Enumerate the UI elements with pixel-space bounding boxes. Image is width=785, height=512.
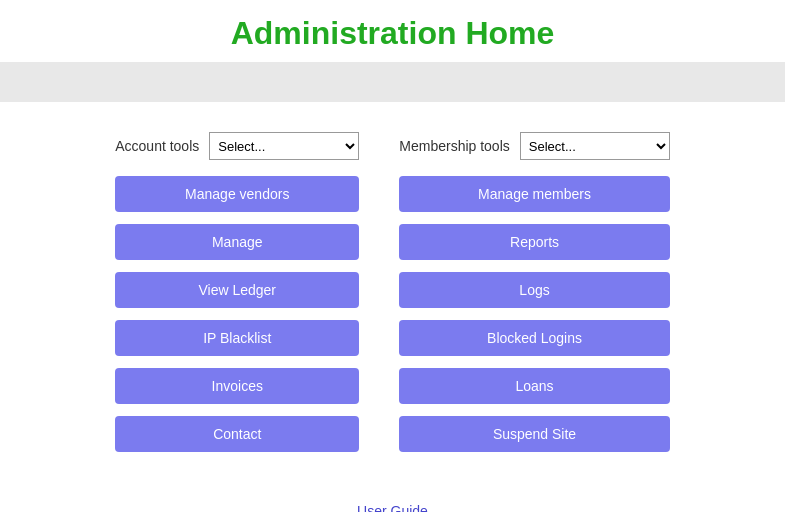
account-tools-row: Account tools Select...	[115, 132, 359, 160]
membership-tools-row: Membership tools Select...	[399, 132, 670, 160]
nav-bar	[0, 62, 785, 102]
ip-blacklist-button[interactable]: IP Blacklist	[115, 320, 359, 356]
reports-button[interactable]: Reports	[399, 224, 670, 260]
user-guide-link[interactable]: User Guide	[357, 503, 428, 512]
main-content: Account tools Select... Manage vendors M…	[0, 102, 785, 482]
loans-button[interactable]: Loans	[399, 368, 670, 404]
membership-tools-select[interactable]: Select...	[520, 132, 670, 160]
suspend-site-button[interactable]: Suspend Site	[399, 416, 670, 452]
page-footer: User Guide	[0, 482, 785, 512]
blocked-logins-button[interactable]: Blocked Logins	[399, 320, 670, 356]
membership-tools-label: Membership tools	[399, 138, 510, 154]
manage-members-button[interactable]: Manage members	[399, 176, 670, 212]
manage-button[interactable]: Manage	[115, 224, 359, 260]
membership-tools-column: Membership tools Select... Manage member…	[399, 132, 670, 452]
account-tools-label: Account tools	[115, 138, 199, 154]
page-header: Administration Home	[0, 0, 785, 62]
view-ledger-button[interactable]: View Ledger	[115, 272, 359, 308]
manage-vendors-button[interactable]: Manage vendors	[115, 176, 359, 212]
logs-button[interactable]: Logs	[399, 272, 670, 308]
contact-button[interactable]: Contact	[115, 416, 359, 452]
account-tools-select[interactable]: Select...	[209, 132, 359, 160]
account-tools-column: Account tools Select... Manage vendors M…	[115, 132, 359, 452]
page-title: Administration Home	[0, 15, 785, 52]
invoices-button[interactable]: Invoices	[115, 368, 359, 404]
